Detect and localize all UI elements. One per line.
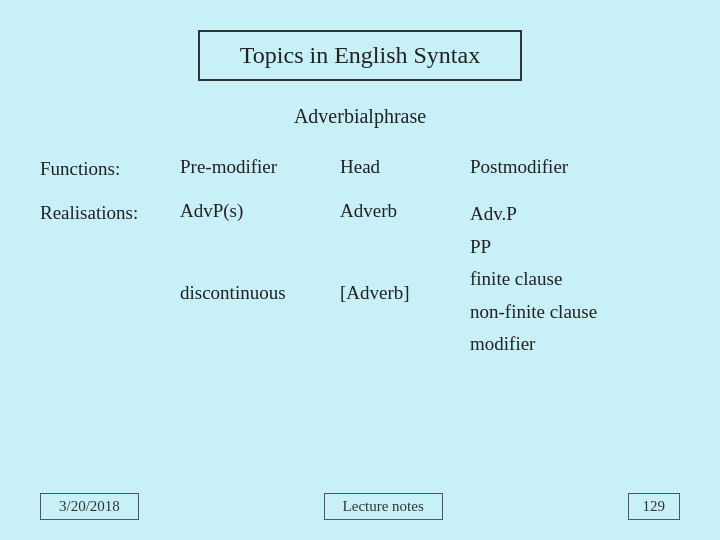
functions-postmodifier: Postmodifier [470,156,680,178]
realisations-premod1: AdvP(s) [180,200,340,222]
functions-row: Functions: Pre-modifier Head Postmodifie… [40,156,680,180]
functions-columns: Pre-modifier Head Postmodifier [180,156,680,178]
subtitle: Adverbialphrase [294,105,426,128]
realisations-head-col: Adverb [Adverb] [340,200,470,359]
slide: Topics in English Syntax Adverbialphrase… [0,0,720,540]
realisations-post-col: Adv.P PP finite clause non-finite clause… [470,200,680,359]
realisations-post5: modifier [470,330,680,359]
realisations-head2: [Adverb] [340,282,470,304]
functions-head: Head [340,156,470,178]
realisations-head1: Adverb [340,200,470,222]
functions-label: Functions: [40,156,180,180]
functions-premodifier: Pre-modifier [180,156,340,178]
title-box: Topics in English Syntax [198,30,522,81]
realisations-post4: non-finite clause [470,298,680,327]
realisations-post2: PP [470,233,680,262]
realisations-post3: finite clause [470,265,680,294]
realisations-columns: AdvP(s) discontinuous Adverb [Adverb] Ad… [180,200,680,359]
realisations-post1: Adv.P [470,200,680,229]
footer: 3/20/2018 Lecture notes 129 [40,483,680,520]
content-area: Functions: Pre-modifier Head Postmodifie… [40,156,680,483]
footer-center: Lecture notes [324,493,443,520]
realisations-row: Realisations: AdvP(s) discontinuous Adve… [40,200,680,359]
realisations-premod2: discontinuous [180,282,340,304]
slide-title: Topics in English Syntax [240,42,480,68]
footer-date: 3/20/2018 [40,493,139,520]
realisations-premod-col: AdvP(s) discontinuous [180,200,340,359]
footer-page: 129 [628,493,681,520]
realisations-label: Realisations: [40,200,180,224]
